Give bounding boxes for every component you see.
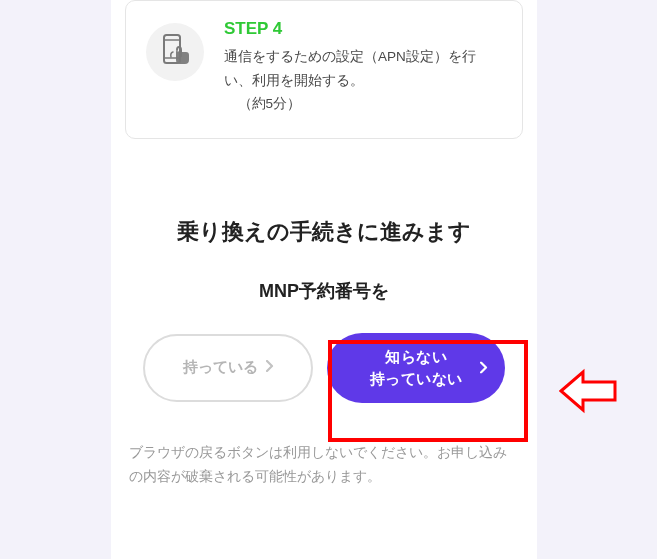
have-button[interactable]: 持っている xyxy=(143,334,313,402)
chevron-right-icon xyxy=(266,360,274,375)
step-description: 通信をするための設定（APN設定）を行い、利用を開始する。 xyxy=(224,45,502,92)
section-heading: 乗り換えの手続きに進みます xyxy=(125,217,523,247)
arrow-left-icon xyxy=(559,368,619,418)
disclaimer-text: ブラウザの戻るボタンは利用しないでください。お申し込みの内容が破棄される可能性が… xyxy=(125,441,523,490)
phone-touch-icon xyxy=(146,23,204,81)
not-have-button-label: 知らない 持っていない xyxy=(370,346,463,390)
step-title: STEP 4 xyxy=(224,19,502,39)
step-card: STEP 4 通信をするための設定（APN設定）を行い、利用を開始する。 （約5… xyxy=(125,0,523,139)
step-text-block: STEP 4 通信をするための設定（APN設定）を行い、利用を開始する。 （約5… xyxy=(224,19,502,116)
button-row: 持っている 知らない 持っていない xyxy=(125,333,523,403)
sub-heading: MNP予約番号を xyxy=(125,279,523,303)
chevron-right-icon xyxy=(480,359,488,376)
have-button-label: 持っている xyxy=(183,358,258,377)
step-duration: （約5分） xyxy=(224,92,502,116)
not-have-button[interactable]: 知らない 持っていない xyxy=(327,333,505,403)
